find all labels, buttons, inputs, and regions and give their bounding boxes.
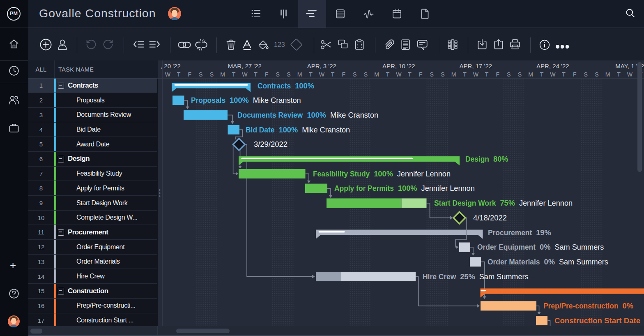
svg-text:M: M [374, 71, 379, 78]
svg-text:80%: 80% [493, 155, 508, 163]
svg-text:T: T [254, 71, 258, 78]
svg-text:F: F [265, 71, 269, 78]
svg-text:Documents Review: Documents Review [237, 111, 303, 119]
svg-text:S: S [353, 71, 356, 78]
svg-text:19%: 19% [536, 228, 551, 237]
svg-text:F: F [419, 71, 423, 78]
svg-text:Procurement: Procurement [488, 228, 532, 237]
svg-text:0%: 0% [623, 301, 633, 310]
svg-text:S: S [199, 71, 202, 78]
svg-text:F: F [342, 71, 346, 78]
svg-text:100%: 100% [230, 96, 249, 104]
svg-text:S: S [210, 71, 214, 78]
svg-text:100%: 100% [374, 169, 393, 178]
svg-text:Contracts: Contracts [258, 81, 291, 90]
svg-text:T: T [331, 71, 335, 78]
svg-text:3/29/2022: 3/29/2022 [254, 140, 288, 148]
svg-text:S: S [287, 71, 290, 78]
svg-text:M: M [451, 71, 456, 78]
svg-text:Mike Cranston: Mike Cranston [253, 96, 301, 104]
svg-text:MAR, 27 '22: MAR, 27 '22 [228, 63, 262, 70]
svg-text:APR, 10 '22: APR, 10 '22 [382, 63, 415, 70]
svg-text:F: F [496, 71, 500, 78]
svg-text:S: S [364, 71, 368, 78]
svg-text:Sam Summers: Sam Summers [559, 257, 608, 266]
svg-text:Jennifer Lennon: Jennifer Lennon [397, 169, 451, 178]
svg-text:T: T [309, 71, 313, 78]
svg-text:T: T [386, 71, 390, 78]
svg-text:, 20 '22: , 20 '22 [161, 63, 181, 70]
svg-text:Sam Summers: Sam Summers [479, 272, 529, 281]
svg-text:APR, 17 '22: APR, 17 '22 [460, 63, 492, 70]
svg-text:M: M [220, 71, 225, 78]
svg-text:T: T [177, 71, 181, 78]
svg-text:S: S [441, 71, 444, 78]
svg-text:Order Equipment: Order Equipment [477, 243, 536, 251]
svg-text:T: T [463, 71, 467, 78]
svg-text:T: T [408, 71, 412, 78]
svg-text:M: M [605, 71, 610, 78]
svg-text:APR, 24 '22: APR, 24 '22 [536, 63, 569, 70]
svg-text:T: T [562, 71, 566, 78]
svg-text:W: W [242, 71, 248, 78]
svg-text:S: S [507, 71, 511, 78]
svg-text:Feasibility Study: Feasibility Study [313, 169, 370, 178]
svg-text:Bid Date: Bid Date [246, 125, 275, 134]
svg-text:75%: 75% [500, 199, 515, 207]
svg-text:W: W [550, 71, 556, 78]
svg-text:Prep/Pre-construction: Prep/Pre-construction [543, 301, 619, 310]
svg-text:Design: Design [465, 155, 489, 163]
svg-text:Construction Start Date: Construction Start Date [554, 316, 640, 325]
svg-text:W: W [473, 71, 479, 78]
svg-text:M: M [528, 71, 533, 78]
svg-text:F: F [188, 71, 192, 78]
svg-text:Apply for Permits: Apply for Permits [334, 184, 394, 192]
svg-text:Mike Cranston: Mike Cranston [330, 111, 378, 119]
svg-text:Jennifer Lennon: Jennifer Lennon [519, 199, 573, 207]
svg-text:Jennifer Lennon: Jennifer Lennon [421, 184, 475, 192]
svg-text:W: W [319, 71, 325, 78]
svg-text:Proposals: Proposals [191, 96, 225, 104]
svg-text:W: W [627, 71, 633, 78]
svg-text:T: T [617, 71, 621, 78]
svg-text:T: T [540, 71, 544, 78]
svg-text:25%: 25% [460, 272, 475, 281]
svg-text:T: T [232, 71, 236, 78]
svg-text:Mike Cranston: Mike Cranston [302, 125, 350, 134]
svg-text:100%: 100% [398, 184, 417, 192]
svg-text:S: S [584, 71, 588, 78]
svg-text:M: M [297, 71, 302, 78]
svg-text:T: T [485, 71, 489, 78]
svg-text:S: S [518, 71, 522, 78]
svg-text:4/18/2022: 4/18/2022 [473, 213, 507, 222]
svg-text:Start Design Work: Start Design Work [434, 199, 496, 207]
svg-text:0%: 0% [544, 257, 555, 266]
svg-text:Sam Summers: Sam Summers [554, 243, 604, 251]
svg-text:F: F [573, 71, 577, 78]
svg-text:W: W [165, 71, 171, 78]
svg-text:S: S [276, 71, 280, 78]
svg-text:100%: 100% [295, 81, 314, 90]
svg-text:100%: 100% [279, 125, 298, 134]
svg-text:100%: 100% [307, 111, 326, 119]
svg-text:APR, 3 '22: APR, 3 '22 [307, 63, 336, 70]
svg-text:W: W [396, 71, 402, 78]
svg-text:S: S [595, 71, 598, 78]
svg-text:0%: 0% [540, 243, 550, 251]
svg-text:S: S [430, 71, 434, 78]
svg-text:Order Materials: Order Materials [488, 257, 540, 266]
svg-text:Hire Crew: Hire Crew [423, 272, 456, 281]
